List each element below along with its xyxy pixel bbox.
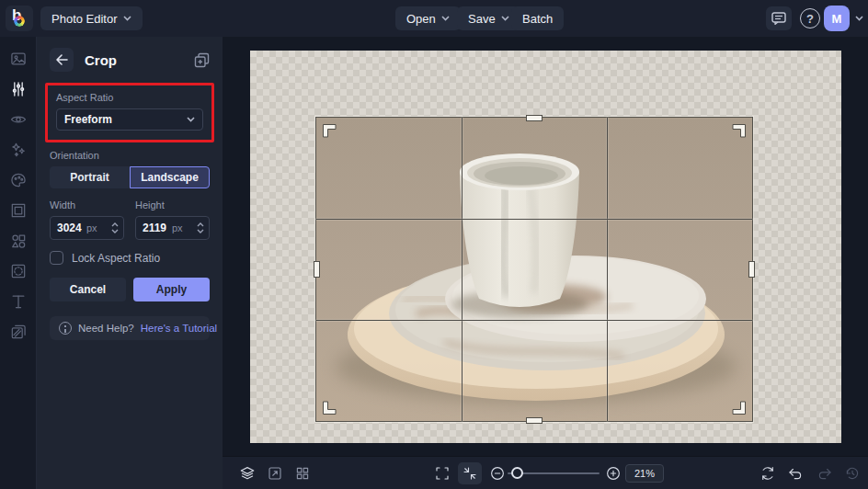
crop-handle-top-right[interactable] <box>732 124 746 138</box>
height-input-box: px <box>135 216 210 240</box>
width-step-down[interactable] <box>111 229 119 233</box>
crop-grid-line-vertical-1 <box>462 118 463 421</box>
sparkles-icon <box>9 141 28 159</box>
zoom-level-badge[interactable]: 21% <box>625 464 664 483</box>
photo-layer <box>315 117 753 422</box>
sidebar-item-edit[interactable] <box>7 79 29 99</box>
height-step-up[interactable] <box>197 222 204 227</box>
color-wheel-icon <box>14 16 25 27</box>
crop-panel: Crop Aspect Ratio Freeform Orientation P… <box>37 37 223 489</box>
layers-icon <box>239 465 256 482</box>
texture-icon <box>9 323 28 341</box>
landscape-button[interactable]: Landscape <box>130 166 210 188</box>
tutorial-link[interactable]: Here's a Tutorial <box>141 323 217 334</box>
save-label: Save <box>468 12 496 26</box>
chevron-down-icon <box>441 16 450 21</box>
height-input[interactable] <box>143 222 172 234</box>
back-button[interactable] <box>50 48 74 72</box>
sidebar-item-frames[interactable] <box>7 200 29 221</box>
grid-view-button[interactable] <box>291 462 314 484</box>
fit-to-screen-button[interactable] <box>458 462 482 484</box>
account-chevron-down-icon[interactable] <box>855 16 863 21</box>
question-mark-icon: ? <box>806 12 814 26</box>
crop-handle-bottom[interactable] <box>526 417 542 424</box>
app-menu-label: Photo Editor <box>51 12 118 26</box>
zoom-in-button[interactable] <box>601 462 625 484</box>
fullscreen-icon <box>434 465 451 482</box>
avatar-initial: M <box>832 12 842 26</box>
zoom-out-button[interactable] <box>485 462 509 484</box>
avatar[interactable]: M <box>824 6 850 31</box>
palette-icon <box>9 171 28 189</box>
zoom-level-value: 21% <box>634 468 655 479</box>
history-button[interactable] <box>840 462 864 484</box>
crop-handle-right[interactable] <box>748 261 755 278</box>
app-menu-button[interactable]: Photo Editor <box>40 6 143 30</box>
info-icon <box>59 322 72 335</box>
history-clock-icon <box>844 465 861 482</box>
orientation-toggle: Portrait Landscape <box>50 166 210 188</box>
lock-aspect-checkbox[interactable] <box>50 251 63 265</box>
sidebar-item-text[interactable] <box>7 291 29 312</box>
help-button[interactable]: ? <box>800 8 820 28</box>
befunky-logo[interactable]: b <box>6 6 33 31</box>
width-step-up[interactable] <box>111 222 119 227</box>
top-bar: b Photo Editor Open Save Batch ? M <box>0 0 868 37</box>
height-label: Height <box>135 199 210 210</box>
crop-handle-top-left[interactable] <box>323 124 337 138</box>
undo-button[interactable] <box>783 462 807 484</box>
sidebar-item-graphics[interactable] <box>7 231 29 251</box>
sidebar-item-textures[interactable] <box>7 322 29 342</box>
redo-button[interactable] <box>813 462 837 484</box>
pages-icon <box>194 52 210 68</box>
width-unit: px <box>86 222 97 233</box>
arrow-left-icon <box>55 54 68 65</box>
resize-icon <box>267 465 283 482</box>
apply-button[interactable]: Apply <box>133 278 210 301</box>
canvas-workspace <box>223 37 868 456</box>
open-label: Open <box>406 12 436 26</box>
sidebar-item-artsy-effects[interactable] <box>7 170 29 190</box>
lock-aspect-label: Lock Aspect Ratio <box>72 252 160 265</box>
zoom-slider-handle[interactable] <box>511 467 523 479</box>
multi-page-button[interactable] <box>194 52 210 68</box>
aspect-ratio-label: Aspect Ratio <box>56 92 203 103</box>
crop-handle-bottom-left[interactable] <box>323 401 337 415</box>
feedback-button[interactable] <box>766 6 792 30</box>
crop-grid-line-horizontal-1 <box>316 219 752 220</box>
fullscreen-button[interactable] <box>430 462 454 484</box>
bottom-toolbar: 21% <box>223 456 868 489</box>
height-step-down[interactable] <box>197 229 204 233</box>
image-icon <box>9 50 28 68</box>
width-input-box: px <box>50 216 124 240</box>
tutorial-highlight-box: Aspect Ratio Freeform <box>45 83 214 142</box>
layers-button[interactable] <box>235 462 259 484</box>
crop-box[interactable] <box>315 117 753 422</box>
open-button[interactable]: Open <box>395 6 461 30</box>
lock-aspect-row[interactable]: Lock Aspect Ratio <box>50 251 210 265</box>
chevron-down-icon <box>187 117 195 122</box>
sidebar-item-effects[interactable] <box>7 140 29 160</box>
sidebar-item-photo-manager[interactable] <box>7 49 29 69</box>
cancel-button[interactable]: Cancel <box>50 278 126 301</box>
panel-title: Crop <box>85 52 117 68</box>
width-input[interactable] <box>57 222 86 234</box>
zoom-slider[interactable] <box>508 472 600 474</box>
help-text: Need Help? <box>78 323 134 334</box>
portrait-button[interactable]: Portrait <box>50 166 130 188</box>
chevron-down-icon <box>501 16 509 21</box>
aspect-ratio-select[interactable]: Freeform <box>56 108 203 131</box>
resize-button[interactable] <box>263 462 287 484</box>
crop-handle-left[interactable] <box>314 261 320 278</box>
sidebar-item-touch-up[interactable] <box>7 109 29 130</box>
sliders-icon <box>9 80 28 98</box>
sidebar-item-overlays[interactable] <box>7 261 29 281</box>
reset-button[interactable] <box>756 462 780 484</box>
refresh-icon <box>760 465 776 482</box>
orientation-label: Orientation <box>50 150 210 161</box>
height-unit: px <box>172 222 183 233</box>
crop-handle-bottom-right[interactable] <box>732 401 746 415</box>
crop-handle-top[interactable] <box>526 115 542 121</box>
redo-icon <box>817 465 833 482</box>
batch-button[interactable]: Batch <box>511 6 564 30</box>
